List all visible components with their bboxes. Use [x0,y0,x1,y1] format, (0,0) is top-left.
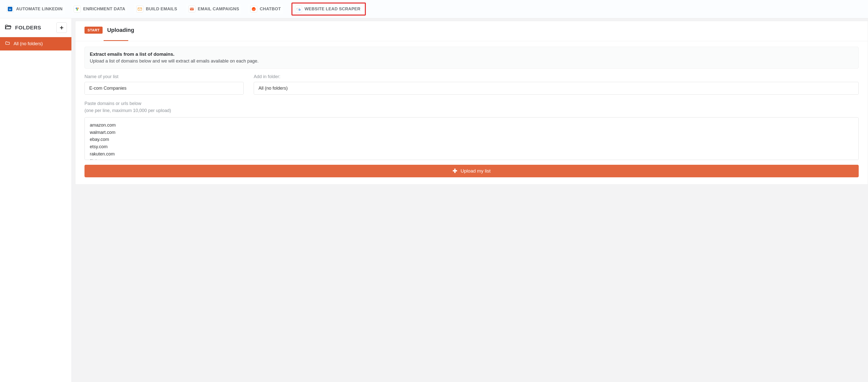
sidebar: FOLDERS + All (no folders) [0,18,72,382]
paste-label-line1: Paste domains or urls below [85,100,859,107]
uploading-card: START Uploading Extract emails from a li… [75,21,868,184]
email-campaigns-icon [188,5,195,12]
nav-build-emails[interactable]: BUILD EMAILS [134,4,179,14]
nav-label: EMAIL CAMPAIGNS [198,6,239,11]
linkedin-icon: in [6,5,13,12]
svg-point-2 [76,7,77,9]
tab-uploading[interactable]: Uploading [107,27,134,33]
nav-enrichment-data[interactable]: ENRICHMENT DATA [72,4,127,14]
plus-icon: + [60,24,63,32]
nav-email-campaigns[interactable]: EMAIL CAMPAIGNS [186,4,241,14]
folder-icon [5,41,10,47]
domains-textarea[interactable] [85,117,859,160]
nav-automate-linkedin[interactable]: in AUTOMATE LINKEDIN [4,4,65,14]
sidebar-item-label: All (no folders) [13,41,43,46]
folder-open-icon [4,24,11,32]
svg-point-7 [252,7,256,11]
nav-chatbot[interactable]: CHATBOT [248,4,283,14]
chatbot-icon [250,5,257,12]
add-folder-button[interactable]: + [56,22,67,33]
svg-point-4 [76,9,78,10]
svg-point-9 [254,9,255,9]
nav-label: BUILD EMAILS [146,6,177,11]
folder-select-label: Add in folder: [254,74,859,79]
folder-select-value: All (no folders) [258,85,288,91]
nav-website-lead-scraper[interactable]: WEBSITE LEAD SCRAPER [291,2,366,15]
nav-label: AUTOMATE LINKEDIN [16,6,63,11]
paste-domains-label: Paste domains or urls below (one per lin… [85,100,859,114]
nav-label: WEBSITE LEAD SCRAPER [305,6,360,11]
active-tab-indicator [103,40,128,41]
main-content: START Uploading Extract emails from a li… [72,18,868,382]
start-badge: START [85,27,102,34]
nav-label: ENRICHMENT DATA [83,6,125,11]
svg-point-8 [253,9,253,9]
form-row: Name of your list Add in folder: All (no… [85,74,859,95]
sidebar-item-all[interactable]: All (no folders) [0,37,71,50]
main-layout: FOLDERS + All (no folders) START Uploadi… [0,18,868,382]
list-name-label: Name of your list [85,74,244,79]
nav-label: CHATBOT [260,6,281,11]
content-area: Extract emails from a list of domains. U… [75,41,868,184]
info-title: Extract emails from a list of domains. [90,51,854,57]
list-name-input[interactable] [85,82,244,95]
folder-select[interactable]: All (no folders) [254,82,859,95]
paste-label-line2: (one per line, maximum 10,000 per upload… [85,107,859,114]
card-header: START Uploading [75,21,868,34]
info-box: Extract emails from a list of domains. U… [85,47,859,69]
build-emails-icon [136,5,143,12]
folders-header: FOLDERS + [0,18,71,37]
website-scraper-icon [295,5,302,12]
upload-list-button[interactable]: ✚ Upload my list [85,165,859,177]
svg-point-3 [77,7,79,9]
enrichment-icon [74,5,81,12]
top-navigation: in AUTOMATE LINKEDIN ENRICHMENT DATA BUI… [0,0,868,18]
info-subtitle: Upload a list of domains below and we wi… [90,59,854,64]
folders-title: FOLDERS [15,25,41,31]
plus-icon: ✚ [453,168,457,174]
svg-text:in: in [9,8,11,10]
upload-button-label: Upload my list [461,168,491,174]
